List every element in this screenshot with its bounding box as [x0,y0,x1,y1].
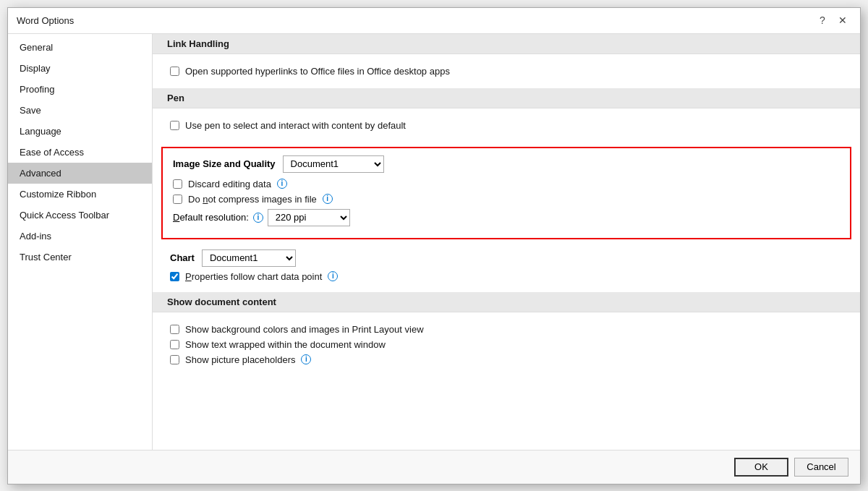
properties-follow-chart-label: Properties follow chart data point [185,271,322,282]
chart-document-dropdown[interactable]: Document1 [202,249,296,267]
help-button[interactable]: ? [814,12,831,29]
chart-header-row: Chart Document1 [170,249,843,267]
show-picture-placeholders-checkbox[interactable] [170,355,179,364]
show-picture-placeholders-label: Show picture placeholders [185,354,295,365]
sidebar-item-ease-of-access[interactable]: Ease of Access [8,142,152,163]
cancel-button[interactable]: Cancel [794,458,848,477]
open-hyperlinks-row: Open supported hyperlinks to Office file… [170,66,843,77]
image-size-quality-header-row: Image Size and Quality Document1 [173,155,840,173]
resolution-row: Default resolution: i 96 ppi 150 ppi 220… [173,209,840,226]
chart-label: Chart [170,252,195,263]
show-bg-colors-label: Show background colors and images in Pri… [185,324,424,335]
use-pen-row: Use pen to select and interact with cont… [170,120,843,131]
sidebar-item-trust-center[interactable]: Trust Center [8,247,152,268]
sidebar-item-advanced[interactable]: Advanced [8,163,152,184]
discard-editing-row: Discard editing data i [173,179,840,189]
title-bar: Word Options ? ✕ [8,8,860,34]
link-handling-content: Open supported hyperlinks to Office file… [153,54,860,88]
resolution-dropdown[interactable]: 96 ppi 150 ppi 220 ppi 330 ppi High fide… [268,209,350,226]
sidebar-item-display[interactable]: Display [8,58,152,79]
show-document-content: Show background colors and images in Pri… [153,312,860,377]
sidebar: General Display Proofing Save Language E… [8,34,153,450]
sidebar-item-add-ins[interactable]: Add-ins [8,226,152,247]
open-hyperlinks-label: Open supported hyperlinks to Office file… [185,66,450,77]
sidebar-item-quick-access-toolbar[interactable]: Quick Access Toolbar [8,205,152,226]
open-hyperlinks-checkbox[interactable] [170,67,179,76]
resolution-info-icon[interactable]: i [253,213,263,223]
image-document-dropdown[interactable]: Document1 [283,155,384,173]
sidebar-item-general[interactable]: General [8,37,152,58]
sidebar-item-save[interactable]: Save [8,100,152,121]
discard-editing-info-icon[interactable]: i [277,179,287,189]
use-pen-checkbox[interactable] [170,121,179,130]
use-pen-label: Use pen to select and interact with cont… [185,120,406,131]
no-compress-info-icon[interactable]: i [323,194,333,204]
ok-button[interactable]: OK [734,458,788,477]
link-handling-header: Link Handling [153,34,860,54]
no-compress-checkbox[interactable] [173,195,182,204]
discard-editing-label: Discard editing data [188,179,271,189]
no-compress-label: Do not compress images in file [188,194,317,205]
show-picture-placeholders-row: Show picture placeholders i [170,354,843,365]
resolution-label: Default resolution: [173,212,249,223]
properties-follow-chart-row: Properties follow chart data point i [170,271,843,282]
show-text-wrapped-checkbox[interactable] [170,340,179,349]
pen-content: Use pen to select and interact with cont… [153,108,860,142]
title-bar-controls: ? ✕ [814,12,851,29]
show-picture-placeholders-info-icon[interactable]: i [301,354,311,364]
show-bg-colors-checkbox[interactable] [170,325,179,334]
sidebar-item-language[interactable]: Language [8,121,152,142]
show-text-wrapped-label: Show text wrapped within the document wi… [185,339,386,350]
content-scroll[interactable]: Link Handling Open supported hyperlinks … [153,34,860,450]
word-options-dialog: Word Options ? ✕ General Display Proofin… [7,7,861,484]
sidebar-item-customize-ribbon[interactable]: Customize Ribbon [8,184,152,205]
image-size-quality-title: Image Size and Quality [173,158,276,169]
no-compress-row: Do not compress images in file i [173,194,840,205]
show-bg-colors-row: Show background colors and images in Pri… [170,324,843,335]
dialog-title: Word Options [17,15,74,26]
show-text-wrapped-row: Show text wrapped within the document wi… [170,339,843,350]
sidebar-item-proofing[interactable]: Proofing [8,79,152,100]
pen-header: Pen [153,88,860,108]
close-button[interactable]: ✕ [834,12,851,29]
properties-follow-chart-checkbox[interactable] [170,272,179,281]
discard-editing-checkbox[interactable] [173,179,182,189]
image-size-quality-section: Image Size and Quality Document1 Discard… [161,147,851,239]
show-document-content-header: Show document content [153,292,860,312]
dialog-body: General Display Proofing Save Language E… [8,34,860,450]
properties-follow-chart-info-icon[interactable]: i [328,271,338,281]
content-area: Link Handling Open supported hyperlinks … [153,34,860,450]
chart-section: Chart Document1 Properties follow chart … [153,244,860,292]
dialog-footer: OK Cancel [8,450,860,484]
